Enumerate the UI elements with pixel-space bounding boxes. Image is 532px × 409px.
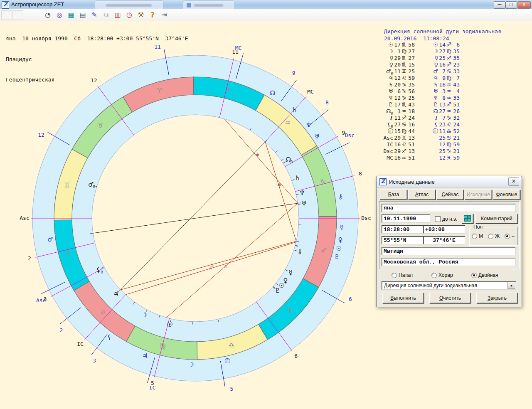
directed-planet: ⚸ [107, 333, 112, 341]
chart-type-radio[interactable]: Натал [392, 272, 431, 278]
background-browser-tab [95, 0, 164, 9]
region-field[interactable] [382, 258, 516, 266]
natal-house-label: Dsc [361, 215, 371, 221]
dialog-tab-4[interactable]: Исходные [465, 190, 492, 200]
sex-radio-Ж[interactable]: Ж [488, 233, 500, 239]
directed-house-label: Asc [36, 297, 46, 303]
directed-house-label: 5 [230, 386, 233, 392]
comment-button[interactable]: Комментарий [475, 214, 518, 224]
method-combobox[interactable]: Дирекция солнечной дуги зодиакальная ▼ [382, 281, 516, 290]
natal-planet: ⚷ [298, 248, 302, 255]
directed-house-label: 12 [38, 132, 44, 138]
ephemeris-row: ☽1♍27☽27♍35 [379, 48, 501, 55]
time-field[interactable] [382, 225, 424, 234]
dialog-tab-1[interactable]: База [380, 190, 407, 200]
aspect-symbol: * [277, 182, 281, 190]
natal-house-label: IC [77, 341, 84, 347]
atlas-icon [464, 215, 471, 222]
chart-wheel-icon[interactable]: ◎ [54, 10, 64, 20]
directed-planet: ♀ [338, 236, 343, 244]
exit-icon[interactable]: ⇥ [159, 10, 169, 20]
sex-group-label: Пол [472, 224, 484, 230]
dialog-close-icon[interactable]: × [508, 177, 519, 186]
chart-type-radio[interactable]: Хорар [431, 272, 471, 278]
natal-planet: ⚸ [96, 266, 101, 273]
stats-table-icon[interactable]: ▥ [113, 10, 123, 20]
ephemeris-table-icon[interactable]: ▦ [66, 10, 76, 20]
maximize-button[interactable]: ▢ [505, 1, 517, 9]
natal-planet: Ⓕ [167, 321, 172, 328]
zodiac-glyph: ♋ [65, 250, 71, 258]
close-button[interactable]: × [517, 1, 531, 9]
zodiac-glyph: ♐ [321, 246, 327, 254]
dialog-button-2[interactable]: Очистить [429, 293, 471, 303]
copy-document-icon[interactable]: ⧉ [101, 10, 111, 20]
date-field[interactable] [382, 214, 430, 223]
dialog-button-1[interactable]: Выполнить [382, 293, 424, 303]
toolbar: ◔◎▦▤✎⧉▥◷⚒?⇥ [0, 9, 532, 21]
longitude-field[interactable] [423, 236, 465, 244]
clock-icon[interactable]: ◷ [124, 10, 134, 20]
dialog-logo-icon: Z [379, 178, 387, 185]
directed-planet: ☿ [340, 224, 344, 231]
dialog-tab-2[interactable]: Атлас [408, 190, 436, 200]
latitude-field[interactable] [382, 236, 424, 244]
ephemeris-row: ♅6♑56♅3♒4 [379, 88, 501, 95]
dialog-tab-3[interactable]: Сейчас [436, 190, 464, 200]
world-clock-icon[interactable]: ◔ [43, 10, 53, 20]
natal-planet-retro: R [101, 271, 103, 274]
natal-house-label: 8 [359, 170, 362, 177]
toolbar-empty-slot [12, 10, 23, 20]
atlas-map-button[interactable] [462, 214, 473, 224]
timezone-field[interactable] [423, 225, 465, 234]
ephemeris-row: ♃12♌59♃9♍7 [379, 75, 501, 81]
sex-radio-М[interactable]: М [472, 233, 483, 239]
minimize-button[interactable]: — [494, 1, 505, 9]
app-logo-icon: Z [2, 1, 9, 9]
natal-house-label: 6 [294, 353, 298, 359]
zodiac-glyph: ♏ [287, 306, 293, 314]
ephemeris-row: MC16♒5112♓59 [379, 155, 501, 161]
background-browser-tab [183, 0, 235, 9]
zodiac-glyph: ♎ [228, 341, 234, 349]
zodiac-glyph: ♉ [98, 121, 103, 129]
ephemeris-row: ☿29♏27☿25♐35 [379, 55, 501, 62]
dialog-title: Исходные данные [389, 179, 435, 185]
chart-info: яна 10 ноября 1990 Сб 18:28:00 +3:00 55°… [6, 22, 188, 97]
directed-planet: ☊ [270, 89, 275, 97]
document-icon[interactable]: ▤ [78, 10, 88, 20]
chart-info-line2: Плацидус [6, 56, 188, 63]
name-field[interactable] [382, 204, 516, 212]
directed-planet: ♇ [334, 253, 340, 261]
directed-planet: ♄ [292, 106, 297, 113]
sex-radio-–[interactable]: – [505, 233, 515, 239]
natal-planet: ♅ [301, 200, 307, 207]
help-icon[interactable]: ? [148, 10, 158, 20]
ephemeris-panel: Дирекция солнечной дуги зодиакальная 20.… [379, 28, 501, 161]
tools-icon[interactable]: ⚒ [136, 10, 146, 20]
directed-planet: ♆ [306, 121, 311, 129]
natal-house-label: 2 [28, 255, 31, 261]
dialog-button-3[interactable]: Закрыть [476, 293, 518, 303]
sex-groupbox: Пол МЖ– [469, 227, 518, 245]
directed-house-label: IC [149, 384, 156, 391]
window-titlebar: Z Астропроцессор ZET — ▢ × [0, 0, 532, 10]
ephemeris-row: ♄20♑35♄16♒43 [379, 81, 501, 88]
bc-checkbox[interactable] [435, 216, 441, 222]
city-field[interactable] [382, 247, 516, 255]
bc-label: до н.э. [442, 216, 457, 222]
directed-house-label: Dsc [345, 132, 355, 138]
dialog-tab-5[interactable]: Фоновые [493, 190, 520, 200]
ephemeris-row: ⚸R27♋16⚸23♌24 [379, 121, 501, 128]
natal-house-label: MC [307, 89, 314, 95]
natal-planet: ♃ [113, 290, 119, 298]
chart-info-line1: яна 10 ноября 1990 Сб 18:28:00 +3:00 55°… [6, 35, 188, 42]
pen-icon[interactable]: ✎ [89, 10, 99, 20]
ephemeris-title: Дирекция солнечной дуги зодиакальная [379, 28, 501, 34]
chart-type-radio[interactable]: Двойная [471, 272, 498, 278]
ephemeris-row: ♇17♏43♇13♐51 [379, 101, 501, 108]
ephemeris-datetime: 20.09.2016 13:08:24 [379, 35, 501, 42]
combo-dropdown-icon[interactable]: ▼ [507, 282, 515, 289]
ephemeris-row: IC16♌5112♍59 [379, 141, 501, 148]
directed-house-label: 8 [325, 99, 329, 106]
